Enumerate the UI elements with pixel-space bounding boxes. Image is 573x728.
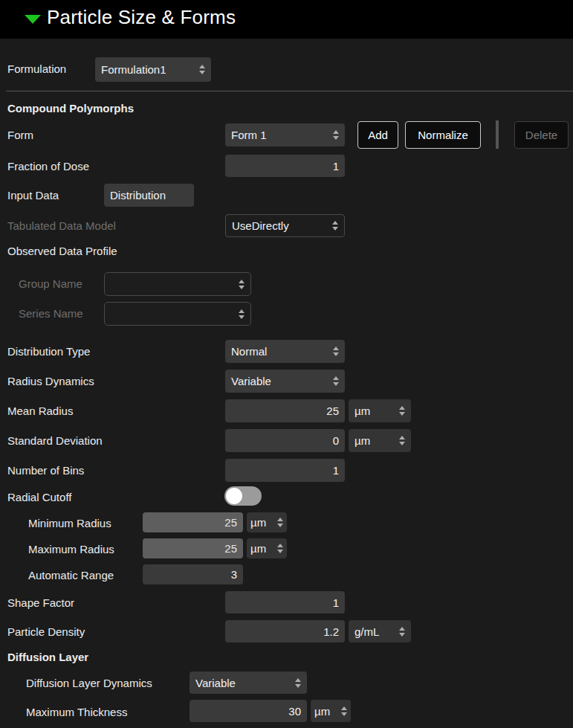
formulation-label: Formulation — [7, 62, 66, 76]
distribution-type-select[interactable]: Normal — [225, 340, 345, 363]
standard-deviation-unit-select[interactable]: µm — [349, 429, 411, 452]
spinner-icon[interactable] — [277, 518, 283, 527]
mean-radius-label: Mean Radius — [7, 405, 73, 418]
form-select[interactable]: Form 1 — [225, 123, 345, 146]
spinner-icon[interactable] — [239, 280, 245, 289]
input-data-label: Input Data — [7, 189, 59, 202]
automatic-range-value: 3 — [231, 568, 237, 581]
add-button[interactable]: Add — [357, 121, 398, 149]
maximum-thickness-unit: µm — [314, 705, 330, 718]
maximum-thickness-value: 30 — [288, 705, 301, 718]
diffusion-layer-heading: Diffusion Layer — [7, 651, 88, 664]
distribution-type-label: Distribution Type — [7, 345, 90, 358]
panel-title: Particle Size & Forms — [47, 6, 236, 29]
form-select-value: Form 1 — [231, 129, 267, 141]
particle-size-forms-panel: Particle Size & Forms Formulation Formul… — [0, 0, 573, 728]
standard-deviation-input[interactable]: 0 — [225, 429, 345, 452]
particle-density-unit-select[interactable]: g/mL — [349, 620, 411, 642]
minimum-radius-input[interactable]: 25 — [143, 512, 243, 532]
automatic-range-label: Automatic Range — [28, 569, 114, 582]
particle-density-input[interactable]: 1.2 — [225, 620, 345, 642]
mean-radius-input[interactable]: 25 — [225, 399, 345, 422]
spinner-icon[interactable] — [399, 627, 405, 637]
input-data-select[interactable]: Distribution — [104, 184, 194, 207]
mean-radius-unit-select[interactable]: µm — [349, 399, 411, 422]
radius-dynamics-label: Radius Dynamics — [7, 375, 94, 388]
particle-density-unit: g/mL — [355, 625, 379, 638]
particle-density-label: Particle Density — [7, 625, 85, 639]
minimum-radius-unit: µm — [250, 516, 266, 529]
series-name-label: Series Name — [19, 307, 83, 320]
diffusion-layer-dynamics-select[interactable]: Variable — [190, 671, 307, 694]
maximum-radius-unit-select[interactable]: µm — [247, 538, 287, 558]
spinner-icon[interactable] — [399, 406, 405, 416]
maximum-radius-value: 25 — [224, 542, 237, 555]
series-name-select[interactable] — [104, 302, 251, 326]
spinner-icon[interactable] — [199, 65, 205, 74]
group-name-label: Group Name — [19, 277, 82, 291]
collapse-arrow-icon[interactable] — [25, 15, 41, 24]
tabulated-data-model-value: UseDirectly — [232, 219, 289, 232]
maximum-thickness-label: Maximum Thickness — [26, 706, 127, 719]
fraction-of-dose-input[interactable]: 1 — [225, 155, 345, 177]
form-label: Form — [7, 129, 33, 142]
delete-button[interactable]: Delete — [514, 121, 569, 149]
distribution-type-value: Normal — [231, 345, 267, 358]
radial-cutoff-label: Radial Cutoff — [7, 491, 71, 504]
spinner-icon[interactable] — [333, 347, 339, 356]
toggle-knob — [226, 488, 242, 504]
number-of-bins-input[interactable]: 1 — [225, 459, 345, 482]
tabulated-data-model-select[interactable]: UseDirectly — [225, 214, 345, 237]
radial-cutoff-toggle[interactable] — [224, 486, 262, 506]
spinner-icon[interactable] — [399, 436, 405, 445]
standard-deviation-label: Standard Deviation — [7, 434, 103, 448]
fraction-of-dose-label: Fraction of Dose — [7, 160, 89, 173]
particle-density-value: 1.2 — [323, 625, 339, 638]
spinner-icon[interactable] — [333, 130, 339, 140]
spinner-icon[interactable] — [333, 376, 339, 386]
radius-dynamics-select[interactable]: Variable — [225, 370, 345, 393]
maximum-radius-input[interactable]: 25 — [143, 538, 243, 558]
automatic-range-input[interactable]: 3 — [143, 564, 243, 584]
spinner-icon[interactable] — [341, 706, 347, 716]
minimum-radius-value: 25 — [224, 516, 237, 529]
maximum-thickness-input[interactable]: 30 — [190, 700, 307, 722]
section-divider — [6, 91, 573, 91]
shape-factor-label: Shape Factor — [7, 596, 74, 610]
normalize-button[interactable]: Normalize — [405, 121, 481, 149]
button-group-divider — [496, 120, 499, 149]
fraction-of-dose-value: 1 — [333, 160, 339, 173]
standard-deviation-unit: µm — [355, 434, 370, 447]
shape-factor-input[interactable]: 1 — [225, 591, 345, 613]
minimum-radius-unit-select[interactable]: µm — [247, 512, 287, 532]
spinner-icon[interactable] — [239, 309, 245, 319]
panel-header: Particle Size & Forms — [0, 0, 573, 39]
maximum-radius-label: Maximum Radius — [28, 543, 114, 556]
mean-radius-value: 25 — [326, 405, 339, 417]
standard-deviation-value: 0 — [333, 434, 339, 447]
diffusion-layer-dynamics-label: Diffusion Layer Dynamics — [26, 677, 152, 690]
radius-dynamics-value: Variable — [231, 375, 271, 387]
mean-radius-unit: µm — [355, 405, 370, 417]
maximum-thickness-unit-select[interactable]: µm — [311, 700, 351, 722]
formulation-select-value: Formulation1 — [101, 63, 166, 76]
compound-polymorphs-heading: Compound Polymorphs — [7, 102, 134, 115]
number-of-bins-label: Number of Bins — [7, 464, 84, 477]
spinner-icon[interactable] — [277, 544, 283, 553]
tabulated-data-model-label: Tabulated Data Model — [7, 219, 116, 233]
number-of-bins-value: 1 — [333, 464, 339, 477]
maximum-radius-unit: µm — [250, 542, 266, 555]
minimum-radius-label: Minimum Radius — [28, 517, 111, 530]
formulation-select[interactable]: Formulation1 — [95, 57, 211, 82]
spinner-icon[interactable] — [332, 221, 338, 231]
group-name-select[interactable] — [104, 272, 251, 296]
diffusion-layer-dynamics-value: Variable — [195, 677, 236, 689]
spinner-icon[interactable] — [295, 678, 301, 688]
observed-data-profile-heading: Observed Data Profile — [7, 245, 117, 258]
shape-factor-value: 1 — [333, 596, 339, 609]
input-data-value: Distribution — [110, 189, 166, 202]
